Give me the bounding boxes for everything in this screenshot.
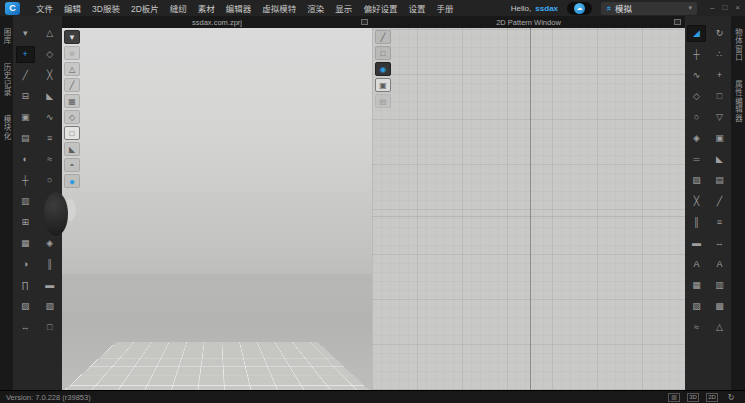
menu-manual[interactable]: 手册 xyxy=(436,2,453,14)
menu-render[interactable]: 渲染 xyxy=(307,2,324,14)
trace-tool-icon[interactable]: ▨ xyxy=(687,172,706,189)
zipper-puller-tool-icon[interactable]: ◈ xyxy=(40,235,59,252)
tab-property-editor[interactable]: 属性编辑器 xyxy=(733,80,744,123)
spare-tool-icon[interactable]: □ xyxy=(40,319,59,336)
shirring-tool-icon[interactable]: ≈ xyxy=(687,319,706,336)
menu-display[interactable]: 显示 xyxy=(335,2,352,14)
view-2d-button[interactable]: 2D xyxy=(706,393,718,402)
free-sewing-tool-icon[interactable]: ╱ xyxy=(710,193,729,210)
viewport-2d[interactable]: ╱□◉▣▤ xyxy=(372,28,685,390)
sewing-machine-tool-icon[interactable]: ▤ xyxy=(16,130,35,147)
import-garment-tool-icon[interactable]: ▾ xyxy=(16,25,35,42)
show-avatar-toggle-icon[interactable]: ◇ xyxy=(64,110,80,124)
menu-3d-garment[interactable]: 3D服装 xyxy=(92,2,120,14)
rectangle-tool-icon[interactable]: □ xyxy=(710,88,729,105)
edit-pattern-tool-icon[interactable]: ┼ xyxy=(687,46,706,63)
fabric-roll-tool-icon[interactable]: ▬ xyxy=(40,277,59,294)
show-hanger-toggle-icon[interactable]: ○ xyxy=(64,46,80,60)
print-layout-tool-icon[interactable]: ▥ xyxy=(710,277,729,294)
dart-tool-icon[interactable]: ▽ xyxy=(710,109,729,126)
iron-2d-tool-icon[interactable]: ◣ xyxy=(710,151,729,168)
edit-point-tool-icon[interactable]: ∴ xyxy=(710,46,729,63)
menu-preferences[interactable]: 偏好设置 xyxy=(363,2,397,14)
baseline-tool-icon[interactable]: ═ xyxy=(687,151,706,168)
sync-icon[interactable]: ↻ xyxy=(725,393,737,402)
tab-history[interactable]: 历史记录 xyxy=(1,63,12,97)
text-tool-icon[interactable]: A xyxy=(687,256,706,273)
clone-pattern-tool-icon[interactable]: ▤ xyxy=(710,172,729,189)
pattern-label-tool-icon[interactable]: A xyxy=(710,256,729,273)
rotate-pattern-tool-icon[interactable]: ↻ xyxy=(710,25,729,42)
menu-file[interactable]: 文件 xyxy=(36,2,53,14)
jacket-tool-icon[interactable]: ▦ xyxy=(16,235,35,252)
menu-2d-pattern[interactable]: 2D板片 xyxy=(131,2,159,14)
weave-tool-icon[interactable]: ▩ xyxy=(710,298,729,315)
stitch-tool-icon[interactable]: ≡ xyxy=(40,130,59,147)
wrinkle-tool-icon[interactable]: ≈ xyxy=(40,151,59,168)
multi-segment-sewing-tool-icon[interactable]: ≡ xyxy=(710,214,729,231)
segment-sewing-tool-icon[interactable]: ║ xyxy=(687,214,706,231)
pin-tool-icon[interactable]: ┼ xyxy=(16,172,35,189)
show-shoe-toggle-icon[interactable]: ◣ xyxy=(64,142,80,156)
internal-rectangle-tool-icon[interactable]: ▣ xyxy=(710,130,729,147)
pattern-info-toggle-icon[interactable]: ◉ xyxy=(375,62,391,76)
maximize-button[interactable]: □ xyxy=(722,1,727,15)
cut-pattern-tool-icon[interactable]: ╳ xyxy=(687,193,706,210)
menu-edit[interactable]: 编辑 xyxy=(64,2,81,14)
show-paper-toggle-icon[interactable]: ▣ xyxy=(375,78,391,92)
cut-and-sew-tool-icon[interactable]: ╳ xyxy=(40,67,59,84)
zipper-tool-icon[interactable]: ║ xyxy=(40,256,59,273)
show-grid-toggle-icon[interactable]: ▤ xyxy=(375,94,391,108)
show-head-toggle-icon[interactable]: ◓ xyxy=(64,158,80,172)
show-garment-toggle-icon[interactable]: ▼ xyxy=(64,30,80,44)
simulate-button[interactable]: « 模拟 ▾ xyxy=(601,2,697,15)
edit-curve-tool-icon[interactable]: ∿ xyxy=(687,67,706,84)
transform-pattern-tool-icon[interactable]: ◢ xyxy=(687,25,706,42)
menu-virtual-avatar[interactable]: 虚拟模特 xyxy=(262,2,296,14)
seam-allowance-tool-icon[interactable]: ▬ xyxy=(687,235,706,252)
pocket-tool-icon[interactable]: ⊞ xyxy=(16,214,35,231)
arrange-garment-tool-icon[interactable]: ▣ xyxy=(16,109,35,126)
fabric-tool-icon[interactable]: ▥ xyxy=(16,193,35,210)
show-arrangement-toggle-icon[interactable]: □ xyxy=(64,126,80,140)
show-environment-toggle-icon[interactable]: ● xyxy=(64,174,80,188)
show-pattern-toggle-icon[interactable]: □ xyxy=(375,46,391,60)
show-stroke-toggle-icon[interactable]: ╱ xyxy=(375,30,391,44)
float-window-icon[interactable] xyxy=(674,19,681,25)
measure-2d-tool-icon[interactable]: ↔ xyxy=(710,235,729,252)
circle-tool-icon[interactable]: ○ xyxy=(687,109,706,126)
iron-tool-icon[interactable]: ◣ xyxy=(40,88,59,105)
texture-tool-icon[interactable]: ▨ xyxy=(16,298,35,315)
figure-tool-icon[interactable]: △ xyxy=(710,319,729,336)
window-2d-titlebar[interactable]: 2D Pattern Window xyxy=(372,16,685,28)
trim-tool-icon[interactable]: ▧ xyxy=(40,298,59,315)
tab-modular[interactable]: 模块化 xyxy=(1,115,12,141)
split-view-button[interactable]: ▥ xyxy=(668,393,680,402)
show-pin-toggle-icon[interactable]: ╱ xyxy=(64,78,80,92)
show-shirt-toggle-icon[interactable]: △ xyxy=(64,62,80,76)
shirt-fold-tool-icon[interactable]: ◑ xyxy=(16,256,35,273)
fold-tool-icon[interactable]: ◐ xyxy=(16,151,35,168)
grading-tool-icon[interactable]: ▦ xyxy=(687,277,706,294)
float-window-icon[interactable] xyxy=(361,19,368,25)
menu-settings[interactable]: 设置 xyxy=(408,2,425,14)
app-logo-icon[interactable]: C xyxy=(5,2,20,15)
texture-editor-tool-icon[interactable]: ▧ xyxy=(687,298,706,315)
dropdown-caret-icon[interactable]: ▾ xyxy=(689,4,693,12)
tension-map-tool-icon[interactable]: ∿ xyxy=(40,109,59,126)
show-mesh-toggle-icon[interactable]: ▦ xyxy=(64,94,80,108)
tape-measure-tool-icon[interactable]: ○ xyxy=(40,172,59,189)
internal-polygon-tool-icon[interactable]: ◈ xyxy=(687,130,706,147)
window-3d-titlebar[interactable]: ssdax.com.zprj xyxy=(62,16,372,28)
edit-pin-tool-icon[interactable]: ╱ xyxy=(16,67,35,84)
menu-material[interactable]: 素材 xyxy=(198,2,215,14)
tab-library[interactable]: 图库 xyxy=(1,28,12,45)
close-button[interactable]: × xyxy=(735,1,740,15)
cloud-sync-button[interactable]: ☁ xyxy=(567,2,592,15)
select-move-tool-icon[interactable]: + xyxy=(16,46,35,63)
pants-tool-icon[interactable]: ∏ xyxy=(16,277,35,294)
fold-arrangement-tool-icon[interactable]: ⊟ xyxy=(16,88,35,105)
avatar-pose-tool-icon[interactable]: △ xyxy=(40,25,59,42)
username-link[interactable]: ssdax xyxy=(535,4,558,13)
menu-sewing[interactable]: 缝纫 xyxy=(170,2,187,14)
